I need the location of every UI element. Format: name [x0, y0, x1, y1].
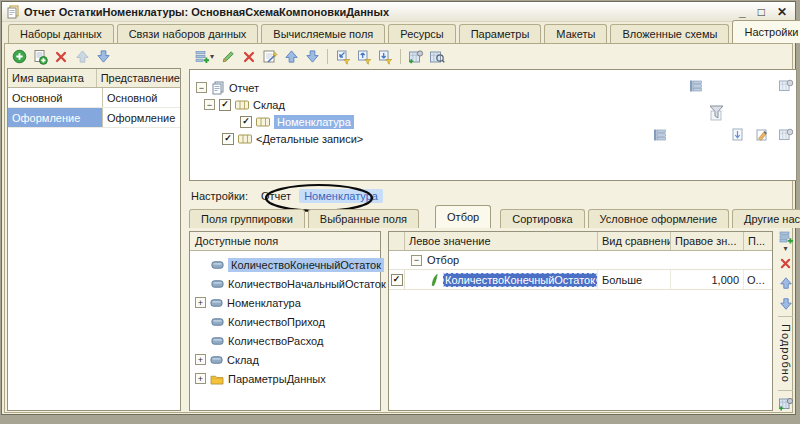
tab-calculated-fields[interactable]: Вычисляемые поля: [261, 24, 385, 43]
variant-row-appearance[interactable]: Оформление Оформление: [8, 108, 180, 128]
field-label: ПараметрыДанных: [228, 373, 326, 385]
field-label-selected: КоличествоКонечныйОстаток: [228, 258, 384, 272]
other-settings-indicator-icon: [778, 127, 794, 143]
tab-layouts[interactable]: Макеты: [544, 24, 607, 43]
filter-right-value-cell[interactable]: 1,000: [671, 270, 744, 289]
add-filter-item-button[interactable]: [777, 231, 795, 245]
tab-filter[interactable]: Отбор: [435, 205, 491, 228]
preview-settings-button[interactable]: [428, 48, 446, 65]
output-settings-indicator-icon: [778, 78, 794, 94]
filter-table-header: Левое значение Вид сравнения Правое зн..…: [389, 232, 772, 251]
move-item-down-button[interactable]: [303, 48, 321, 65]
tab-settings[interactable]: Настройки: [732, 20, 800, 43]
tab-conditional-appearance[interactable]: Условное оформление: [588, 209, 729, 228]
available-field-item[interactable]: КоличествоРасход: [211, 331, 323, 350]
move-into-group-button[interactable]: [355, 48, 373, 65]
toolbar-separator: [400, 49, 401, 64]
available-field-item[interactable]: + ПараметрыДанных: [195, 369, 326, 388]
checkbox-checked[interactable]: ✓: [240, 116, 252, 128]
move-variant-down-button[interactable]: [94, 48, 112, 65]
move-out-of-group-button[interactable]: [376, 48, 394, 65]
move-variant-up-button[interactable]: [73, 48, 91, 65]
maximize-button[interactable]: □: [758, 7, 765, 17]
tab-selected-fields[interactable]: Выбранные поля: [308, 209, 419, 228]
filter-presentation-cell[interactable]: О...: [744, 270, 772, 289]
filter-group-row[interactable]: − Отбор: [389, 251, 772, 270]
filter-settings-button[interactable]: [777, 396, 795, 412]
move-filter-item-down-button[interactable]: [777, 297, 795, 311]
variant-presentation-cell[interactable]: Оформление: [103, 112, 180, 124]
open-settings-button[interactable]: [407, 48, 425, 65]
group-node-icon: [235, 100, 249, 110]
tree-node-label-selected: Номенклатура: [274, 115, 354, 129]
available-field-item[interactable]: + Склад: [195, 350, 259, 369]
move-filter-item-up-button[interactable]: [777, 276, 795, 290]
variant-presentation-cell[interactable]: Основной: [103, 92, 180, 104]
variant-name-cell-selected[interactable]: Оформление: [8, 108, 103, 127]
expand-icon[interactable]: +: [195, 354, 206, 365]
add-dropdown-icon[interactable]: ▾: [210, 52, 214, 61]
breadcrumb-root-link[interactable]: Отчет: [261, 190, 291, 202]
structure-toolbar: ▾: [192, 48, 446, 65]
tab-data-sets[interactable]: Наборы данных: [8, 24, 114, 43]
tree-node-warehouse[interactable]: − ✓ Склад: [192, 96, 794, 113]
filter-condition-row[interactable]: ✓ КоличествоКонечныйОстаток Больше 1,000…: [389, 270, 772, 290]
main-tab-strip: Наборы данных Связи наборов данных Вычис…: [4, 21, 793, 43]
report-designer-window: Отчет ОстаткиНоменклатуры: ОсновнаяСхема…: [1, 1, 796, 415]
available-field-item[interactable]: КоличествоПриход: [211, 312, 325, 331]
checkbox-checked[interactable]: ✓: [222, 133, 234, 145]
delete-filter-item-button[interactable]: [777, 257, 795, 270]
add-dropdown-icon[interactable]: ▾: [783, 245, 787, 253]
breadcrumb-current-chip[interactable]: Номенклатура: [299, 189, 383, 203]
tab-parameters[interactable]: Параметры: [459, 24, 542, 43]
available-field-item[interactable]: + Номенклатура: [195, 293, 301, 312]
column-header-presentation: Представление: [97, 72, 180, 84]
tree-node-detail-records[interactable]: ✓ <Детальные записи>: [192, 130, 794, 147]
available-field-item[interactable]: КоличествоКонечныйОстаток: [211, 255, 384, 274]
tab-nested-schemas[interactable]: Вложенные схемы: [610, 24, 729, 43]
field-icon: [210, 354, 223, 366]
window-title: Отчет ОстаткиНоменклатуры: ОсновнаяСхема…: [24, 6, 389, 18]
tab-other-settings[interactable]: Другие настройки: [732, 209, 800, 228]
tree-node-nomenclature[interactable]: ✓ Номенклатура: [192, 113, 794, 130]
minimize-button[interactable]: _: [739, 7, 746, 17]
collapse-icon[interactable]: −: [196, 82, 207, 93]
vertical-splitter[interactable]: [182, 44, 189, 412]
fields-filter-splitter[interactable]: [381, 231, 388, 411]
collapse-icon[interactable]: −: [204, 99, 215, 110]
toolbar-separator: [778, 316, 793, 317]
add-variant-button[interactable]: [10, 48, 28, 65]
close-button[interactable]: ✕: [777, 7, 787, 17]
tab-resources[interactable]: Ресурсы: [388, 24, 455, 43]
tab-grouping-fields[interactable]: Поля группировки: [189, 209, 305, 228]
column-header-right-value: Правое зн...: [671, 232, 744, 250]
add-setting-item-button[interactable]: ▾: [192, 48, 216, 65]
collapse-icon[interactable]: −: [411, 255, 422, 266]
filter-comparison-cell[interactable]: Больше: [598, 270, 671, 289]
selected-fields-indicator-icon: [688, 78, 704, 94]
move-item-up-button[interactable]: [282, 48, 300, 65]
tree-node-label: <Детальные записи>: [256, 133, 363, 145]
available-field-item[interactable]: КоличествоНачальныйОстаток: [211, 274, 386, 293]
title-bar[interactable]: Отчет ОстаткиНоменклатуры: ОсновнаяСхема…: [2, 2, 795, 22]
settings-wizard-button[interactable]: [261, 48, 279, 65]
delete-item-button[interactable]: [240, 48, 258, 65]
copy-variant-button[interactable]: [31, 48, 49, 65]
checkbox-checked[interactable]: ✓: [391, 274, 403, 286]
delete-variant-button[interactable]: [52, 48, 70, 65]
tab-data-set-links[interactable]: Связи наборов данных: [117, 24, 259, 43]
filter-use-cell[interactable]: ✓: [389, 270, 405, 289]
column-header-use: [389, 232, 405, 250]
expand-icon[interactable]: +: [195, 297, 206, 308]
group-node-icon: [256, 117, 270, 127]
detail-button[interactable]: Подробно: [780, 324, 792, 383]
variant-name-cell[interactable]: Основной: [8, 88, 103, 107]
checkbox-checked[interactable]: ✓: [219, 99, 231, 111]
tab-sorting[interactable]: Сортировка: [500, 209, 584, 228]
group-items-button[interactable]: [334, 48, 352, 65]
expand-icon[interactable]: +: [195, 373, 206, 384]
edit-item-button[interactable]: [219, 48, 237, 65]
variant-row-main[interactable]: Основной Основной: [8, 88, 180, 108]
filter-left-value-cell[interactable]: КоличествоКонечныйОстаток: [405, 270, 598, 289]
folder-icon: [210, 373, 224, 385]
